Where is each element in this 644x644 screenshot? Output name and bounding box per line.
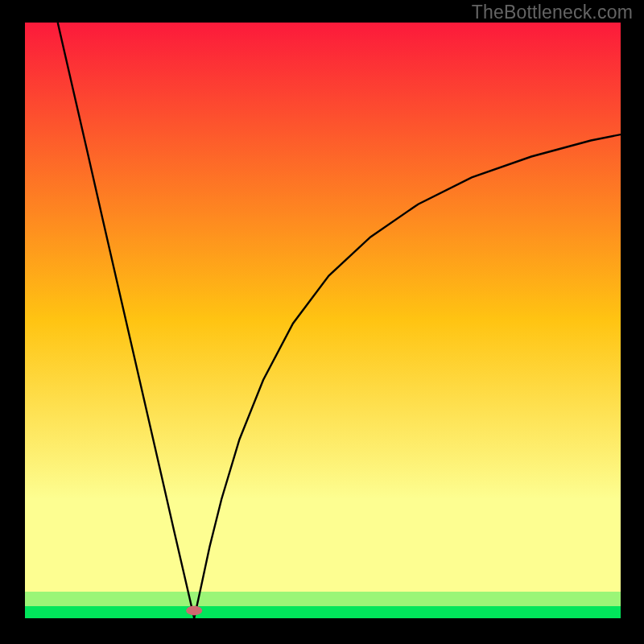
chart-container: TheBottleneck.com	[0, 0, 644, 644]
vertex-marker	[186, 605, 202, 615]
plot-green-fade	[25, 592, 621, 606]
chart-svg	[0, 0, 644, 644]
plot-background	[25, 23, 621, 618]
watermark-label: TheBottleneck.com	[472, 2, 633, 23]
plot-green-band	[25, 605, 621, 618]
